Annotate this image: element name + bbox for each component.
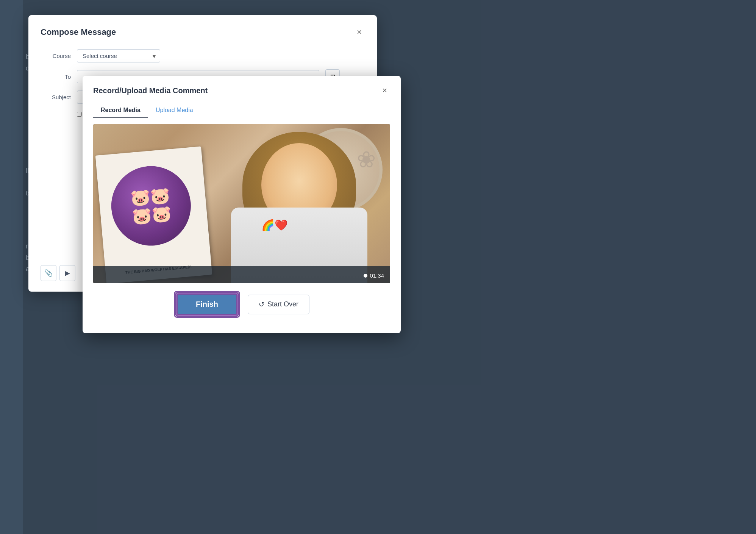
media-close-button[interactable]: × bbox=[379, 85, 390, 96]
tab-record-media[interactable]: Record Media bbox=[93, 103, 148, 118]
course-select-wrapper: Select course bbox=[77, 49, 160, 62]
media-modal: Record/Upload Media Comment × Record Med… bbox=[83, 76, 401, 333]
media-modal-header: Record/Upload Media Comment × bbox=[93, 85, 390, 96]
video-container: ✿ ❀ ✾ 🌈❤️ 🐷🐷🐷🐷 bbox=[93, 124, 390, 283]
course-select[interactable]: Select course bbox=[77, 49, 160, 62]
sidebar bbox=[0, 0, 23, 534]
start-over-label: Start Over bbox=[267, 300, 298, 308]
course-label: Course bbox=[41, 53, 71, 59]
media-actions: Finish ↺ Start Over bbox=[93, 291, 390, 318]
book: 🐷🐷🐷🐷 THE BIG BAD WOLF HAS ESCAPED! bbox=[95, 146, 212, 283]
media-tabs: Record Media Upload Media bbox=[93, 103, 390, 118]
media-button[interactable]: ▶ bbox=[59, 265, 75, 281]
person-silhouette: 🌈❤️ bbox=[186, 124, 375, 283]
attachment-button[interactable]: 📎 bbox=[41, 265, 56, 281]
timer-dot bbox=[364, 274, 367, 278]
start-over-icon: ↺ bbox=[259, 300, 264, 309]
finish-button[interactable]: Finish bbox=[177, 294, 237, 315]
finish-button-wrapper: Finish bbox=[174, 291, 240, 318]
compose-toolbar: 📎 ▶ bbox=[41, 265, 75, 281]
video-timer: 01:34 bbox=[364, 272, 384, 279]
send-checkbox[interactable] bbox=[77, 112, 82, 117]
video-background: ✿ ❀ ✾ 🌈❤️ 🐷🐷🐷🐷 bbox=[93, 124, 390, 283]
compose-modal-header: Compose Message × bbox=[41, 26, 365, 39]
book-illustration-icon: 🐷🐷🐷🐷 bbox=[130, 186, 172, 226]
media-icon: ▶ bbox=[65, 269, 70, 277]
subject-label: Subject bbox=[41, 94, 71, 100]
tab-upload-media[interactable]: Upload Media bbox=[148, 103, 201, 118]
timer-value: 01:34 bbox=[370, 272, 384, 279]
attachment-icon: 📎 bbox=[44, 269, 53, 277]
media-modal-title: Record/Upload Media Comment bbox=[93, 86, 208, 95]
to-label: To bbox=[41, 73, 71, 80]
book-illustration: 🐷🐷🐷🐷 bbox=[108, 163, 194, 249]
video-controls-bar: 01:34 bbox=[93, 266, 390, 283]
course-row: Course Select course bbox=[41, 49, 365, 62]
shirt-heart-icon: 🌈❤️ bbox=[261, 219, 288, 231]
start-over-button[interactable]: ↺ Start Over bbox=[248, 295, 309, 314]
compose-modal-title: Compose Message bbox=[41, 27, 116, 37]
compose-close-button[interactable]: × bbox=[354, 26, 365, 39]
